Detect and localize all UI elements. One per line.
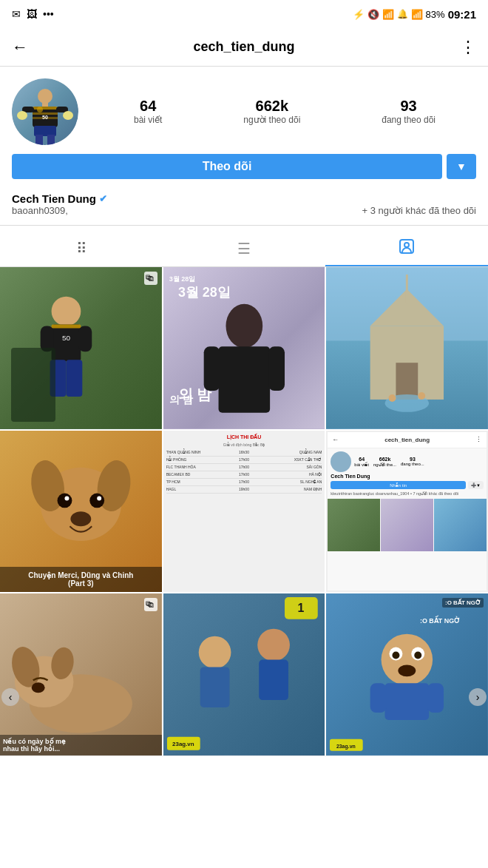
stats-container: 64 bài viết 662k người theo dõi 93 đang … [93,98,476,127]
svg-rect-14 [47,135,55,145]
svg-rect-77 [427,684,444,713]
svg-text:50: 50 [62,334,71,342]
svg-rect-12 [34,126,56,136]
svg-point-16 [37,107,43,112]
svg-point-58 [32,683,45,693]
posts-count: 64 [140,98,156,115]
photo-7-image [0,593,162,756]
list-item[interactable]: LỊCH THI ĐẤU Giải vô địch bóng Bắc Bộ TH… [163,431,325,593]
svg-point-74 [399,665,416,677]
bottom-nav [0,756,488,761]
followers-count: 662k [256,98,289,115]
mute-icon: 🔇 [367,9,379,20]
multi-post-indicator: ⧉ [144,272,157,285]
schedule-subtitle: Giải vô địch bóng Bắc Bộ [166,443,322,448]
svg-text:23ag.vn: 23ag.vn [172,741,194,747]
photo-caption: Chuyện Merci, Dũng và Chinh(Part 3) [0,567,162,592]
image-icon: 🖼 [27,8,37,20]
list-item[interactable]: 50 ⧉ [0,267,162,429]
wifi-icon: 📶 [382,9,394,20]
svg-rect-5 [33,107,58,110]
svg-point-60 [198,636,231,669]
svg-rect-76 [370,684,387,713]
tab-list[interactable]: ☰ [163,232,325,266]
svg-point-18 [404,243,409,247]
screenshot-profile: 64bài viết 662kngười the... 93đang theo.… [328,448,487,474]
multi-post-indicator-2: ⧉ [144,598,157,611]
svg-text:1: 1 [297,602,304,614]
list-item[interactable]: 23ag.vn 1 [163,593,325,756]
svg-rect-13 [35,135,43,145]
list-item[interactable]: ⧉ Nếu có ngày bố mẹnhau thì hãy hỏi... [0,593,162,756]
avatar: 50 [12,78,78,145]
svg-rect-23 [78,326,92,352]
svg-rect-22 [41,326,54,352]
profile-followers-row: baoanh0309, + 3 người khác đã theo dõi [12,205,476,216]
nav-prev[interactable]: ‹ [1,688,19,706]
list-item[interactable]: ← cech_tien_dung ⋮ 64bài viết 662kngười … [326,431,488,593]
schedule-row: HAGL19h00NAM ĐỊNH [166,486,322,494]
screenshot-mentioned: kleutrithtran baotrangluc doanvanhau_190… [328,491,487,497]
more-options-button[interactable]: ⋮ [460,38,476,57]
tab-tagged[interactable] [325,232,488,266]
follow-button[interactable]: Theo dõi [12,154,442,179]
screenshot-following-label: đang theo... [401,462,424,466]
photo-7-caption: Nếu có ngày bố mẹnhau thì hãy hỏi... [0,735,162,756]
list-item[interactable] [326,267,488,429]
bluetooth-icon: ⚡ [353,9,365,20]
message-icon: ✉ [12,8,21,20]
svg-point-49 [89,493,104,508]
list-item[interactable]: 3월 28일 의 밤 [163,267,325,429]
mutual-followers-text: + 3 người khác đã theo dõi [71,205,476,216]
svg-rect-24 [50,360,67,397]
svg-point-50 [64,496,69,500]
svg-point-48 [58,493,72,508]
avatar-image: 50 [12,78,78,145]
svg-rect-33 [203,346,220,391]
svg-point-2 [38,89,52,104]
photo-3-image [326,267,488,429]
schedule-row: HẢI PHÒNG17h00XSKT CẦN THƠ [166,457,322,464]
schedule-row: BECAMEX BD17h00HÀ NỘI [166,471,322,479]
list-item[interactable]: :O BẤT NGỜ 23ag.vn :O BẤT NGỜ [326,593,488,756]
svg-rect-61 [200,667,229,708]
svg-rect-21 [52,325,81,362]
nav-next[interactable]: › [469,688,487,706]
clock: 09:21 [448,8,476,21]
svg-rect-25 [66,360,82,397]
back-button[interactable]: ← [12,38,28,57]
following-label: đang theo dõi [382,115,436,127]
svg-point-42 [389,394,396,402]
follow-dropdown-button[interactable]: ▼ [447,154,476,179]
tab-grid[interactable]: ⠿ [0,232,163,266]
divider [0,225,488,226]
profile-top: 50 64 bài viết 662k người theo dõi 93 đa… [12,78,476,145]
screenshot-header: ← cech_tien_dung ⋮ [328,432,487,448]
status-icons: ✉ 🖼 ••• [12,8,54,20]
schedule-row: THAN QUẢNG NINH16h30QUẢNG NAM [166,449,322,457]
svg-rect-27 [52,325,81,329]
screenshot-username: cech_tien_dung [342,437,472,443]
profile-header: ← cech_tien_dung ⋮ [0,28,488,67]
screenshot-tag-btn: ➕▼ [468,481,484,489]
svg-text:23ag.vn: 23ag.vn [336,744,356,750]
screenshot-grid [328,499,487,551]
svg-rect-34 [268,346,285,391]
view-tabs: ⠿ ☰ [0,232,488,267]
screenshot-followers-label: người the... [373,462,396,467]
svg-text:3월 28일: 3월 28일 [178,285,231,300]
photo-2-image: 3월 28일 의 밤 [163,267,325,429]
svg-point-52 [70,511,91,526]
followers-label: người theo dõi [243,115,300,127]
posts-label: bài viết [134,115,162,127]
list-item[interactable]: Chuyện Merci, Dũng và Chinh(Part 3) [0,431,162,593]
photo-1-image: 50 [0,267,162,429]
tagged-icon [398,238,416,259]
svg-rect-32 [218,346,270,412]
profile-display-name: Cech Tien Dung ✔ [12,192,476,205]
svg-rect-39 [396,363,418,400]
status-right: ⚡ 🔇 📶 🔔 📶 83% 09:21 [353,8,476,21]
status-bar: ✉ 🖼 ••• ⚡ 🔇 📶 🔔 📶 83% 09:21 [0,0,488,28]
battery-level: 83% [426,9,445,20]
verified-badge-icon: ✔ [99,193,107,204]
